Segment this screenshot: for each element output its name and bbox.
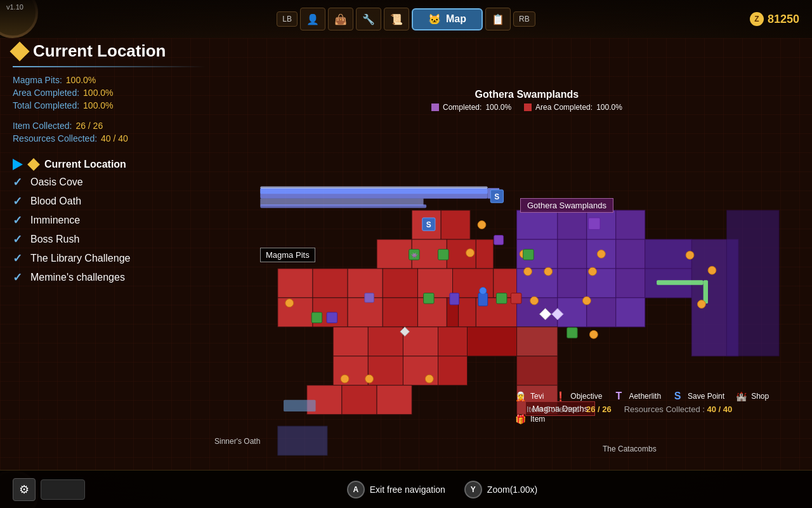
total-completed-row: Total Completed: 100.0% <box>13 100 254 110</box>
svg-rect-30 <box>333 356 368 385</box>
location-list: Current Location ✓ Oasis Cove ✓ Blood Oa… <box>13 159 254 284</box>
svg-rect-35 <box>342 385 377 415</box>
gothera-area-value: 100.0% <box>596 103 622 112</box>
current-location-diamond-icon <box>27 158 40 171</box>
map-tab-cat-icon: 🐱 <box>428 13 441 25</box>
svg-rect-92 <box>496 293 507 304</box>
svg-rect-13 <box>417 269 452 298</box>
svg-rect-59 <box>517 327 558 356</box>
legend-tevi-label: Tevi <box>530 392 544 401</box>
svg-rect-39 <box>517 210 558 239</box>
resources-value: 40 / 40 <box>101 133 128 144</box>
save-point-icon: S <box>671 390 684 403</box>
current-location-name: Current Location <box>44 159 126 170</box>
svg-rect-63 <box>260 186 487 189</box>
a-button[interactable]: A <box>347 481 365 498</box>
svg-rect-64 <box>260 204 426 208</box>
zoom-action: Y Zoom(1.00x) <box>464 481 537 498</box>
bottom-bar: ⚙ A Exit free navigation Y Zoom(1.00x) <box>0 470 812 508</box>
gothera-completed-stat: Completed: 100.0% <box>431 103 511 112</box>
svg-rect-62 <box>260 188 487 194</box>
scroll-icon-btn[interactable]: 📜 <box>384 8 409 30</box>
svg-rect-42 <box>616 210 645 239</box>
svg-rect-47 <box>645 239 692 269</box>
gothera-info-panel: Gothera Swamplands Completed: 100.0% Are… <box>431 89 622 112</box>
svg-point-75 <box>524 267 532 276</box>
blood-oath-name: Blood Oath <box>30 196 81 207</box>
legend-item-label: Item <box>530 415 545 424</box>
legend-item: 🎁 Item <box>514 413 545 425</box>
area-completed-label: Area Completed: <box>13 88 79 98</box>
svg-rect-44 <box>558 239 587 269</box>
red-dot-icon <box>524 104 532 111</box>
memine-name: Memine's challenges <box>30 272 125 283</box>
location-title: Current Location <box>33 41 166 61</box>
settings-gear-icon: ⚙ <box>19 483 29 497</box>
gothera-completed-label: Completed: <box>443 103 481 112</box>
person-icon-btn[interactable]: 👤 <box>300 8 325 30</box>
svg-point-76 <box>544 267 553 276</box>
svg-rect-97 <box>494 236 504 245</box>
location-item-current[interactable]: Current Location <box>13 159 254 170</box>
svg-point-77 <box>589 267 597 276</box>
location-item-memine[interactable]: ✓ Memine's challenges <box>13 271 254 284</box>
location-item-library[interactable]: ✓ The Library Challenge <box>13 251 254 265</box>
svg-point-82 <box>341 375 349 383</box>
svg-rect-60 <box>517 356 558 385</box>
location-item-oasis-cove[interactable]: ✓ Oasis Cove <box>13 175 254 189</box>
legend-objective: ❗ Objective <box>554 390 602 403</box>
rb-button[interactable]: RB <box>513 11 535 27</box>
y-button[interactable]: Y <box>464 481 482 498</box>
svg-rect-55 <box>587 298 616 327</box>
svg-rect-19 <box>383 298 417 327</box>
svg-rect-101 <box>327 312 337 323</box>
gothera-completed-value: 100.0% <box>485 103 511 112</box>
header-divider <box>13 66 254 67</box>
play-arrow-icon <box>13 159 23 170</box>
item-collected-row: Item Collected: 26 / 26 <box>13 121 254 131</box>
aetherlith-icon: T <box>612 390 625 403</box>
imminence-check-icon: ✓ <box>13 213 24 227</box>
inventory-icon-btn[interactable]: 📋 <box>485 8 511 30</box>
svg-rect-5 <box>377 239 412 269</box>
settings-button[interactable]: ⚙ <box>13 478 36 501</box>
shop-icon: 🏰 <box>735 390 747 403</box>
map-tab[interactable]: 🐱 Map <box>412 8 483 30</box>
svg-point-72 <box>466 249 475 257</box>
catacombs-map-label: The Catacombs <box>603 444 657 453</box>
legend-aetherlith-label: Aetherlith <box>629 392 661 401</box>
svg-rect-105 <box>365 293 374 303</box>
bottom-left: ⚙ <box>13 478 85 501</box>
svg-point-81 <box>589 330 598 338</box>
legend-objective-label: Objective <box>570 392 602 401</box>
left-panel: Current Location Magma Pits: 100.0% Area… <box>13 41 254 284</box>
lb-button[interactable]: LB <box>277 11 298 27</box>
svg-text:S: S <box>494 192 499 201</box>
location-item-boss-rush[interactable]: ✓ Boss Rush <box>13 232 254 246</box>
svg-rect-58 <box>726 210 779 356</box>
exit-navigation-label: Exit free navigation <box>370 485 445 495</box>
svg-rect-12 <box>383 269 417 298</box>
svg-rect-4 <box>441 210 470 239</box>
item-icon: 🎁 <box>514 413 527 425</box>
svg-rect-8 <box>476 239 494 269</box>
magma-pits-label: Magma Pits: <box>13 75 62 85</box>
legend-save-point-label: Save Point <box>688 392 724 401</box>
top-nav: LB 👤 👜 🔧 📜 🐱 Map 📋 RB <box>277 8 535 30</box>
magma-pits-row: Magma Pits: 100.0% <box>13 75 254 85</box>
stats-block-2: Item Collected: 26 / 26 Resources Collec… <box>13 121 254 144</box>
gothera-stats: Completed: 100.0% Area Completed: 100.0% <box>431 103 622 112</box>
svg-point-104 <box>480 287 487 294</box>
wrench-icon-btn[interactable]: 🔧 <box>356 8 381 30</box>
total-completed-value: 100.0% <box>83 100 113 110</box>
location-item-blood-oath[interactable]: ✓ Blood Oath <box>13 194 254 208</box>
diamond-icon <box>10 41 29 61</box>
svg-rect-51 <box>616 269 645 298</box>
svg-rect-29 <box>467 327 516 356</box>
svg-rect-103 <box>478 293 488 306</box>
bag-icon-btn[interactable]: 👜 <box>328 8 353 30</box>
svg-rect-36 <box>377 385 412 415</box>
magma-pits-value: 100.0% <box>66 75 96 85</box>
location-item-imminence[interactable]: ✓ Imminence <box>13 213 254 227</box>
gothera-swamplands-map-label: Gothera Swamplands <box>520 198 613 213</box>
